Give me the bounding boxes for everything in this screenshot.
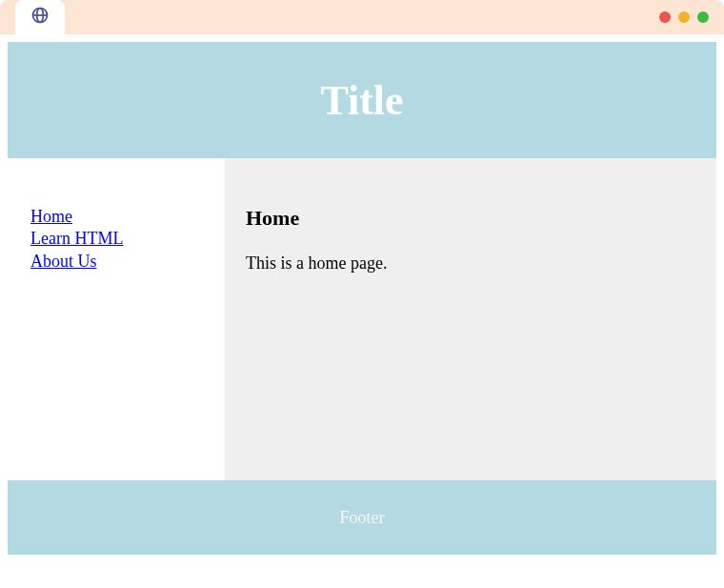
footer-text: Footer <box>340 508 385 528</box>
nav-link-about-us[interactable]: About Us <box>30 251 225 273</box>
browser-tab[interactable] <box>15 0 65 34</box>
nav-link-home[interactable]: Home <box>30 206 225 228</box>
content-body: This is a home page. <box>246 253 716 274</box>
maximize-window-button[interactable] <box>697 11 709 23</box>
content-area: Home This is a home page. <box>225 158 716 480</box>
sidebar-nav: Home Learn HTML About Us <box>8 158 225 480</box>
globe-icon <box>30 6 50 29</box>
page-header: Title <box>8 42 716 158</box>
close-window-button[interactable] <box>659 11 671 23</box>
browser-chrome <box>0 0 724 34</box>
page-wrap: Title Home Learn HTML About Us Home This… <box>0 34 724 562</box>
minimize-window-button[interactable] <box>678 11 690 23</box>
main-area: Home Learn HTML About Us Home This is a … <box>8 158 716 480</box>
window-controls <box>659 11 709 23</box>
content-heading: Home <box>246 206 716 231</box>
nav-link-learn-html[interactable]: Learn HTML <box>30 228 225 250</box>
page-footer: Footer <box>8 480 716 555</box>
page-title: Title <box>320 76 403 125</box>
